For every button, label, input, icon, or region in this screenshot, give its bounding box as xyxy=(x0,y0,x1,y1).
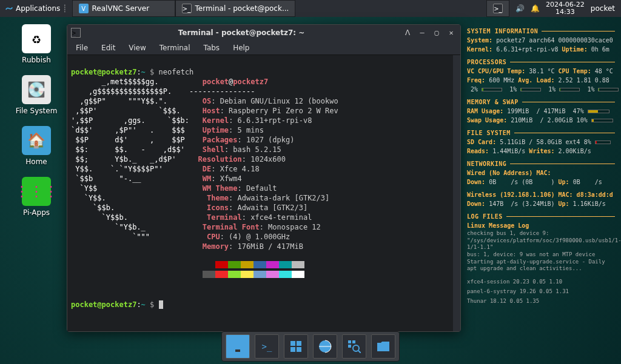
prompt-command: neofetch xyxy=(159,68,194,76)
desktop-icons: ♻ Rubbish 💽 File System 🏠 Home ⋮⋮⋮ Pi-Ap… xyxy=(12,24,61,217)
neofetch-val-uptime: : 5 mins xyxy=(229,126,264,134)
conky-sd: 5.11GiB / 58.0GiB ext4 8% xyxy=(496,139,591,145)
cpu1-bar xyxy=(520,88,541,91)
neofetch-val-cpu: : (4) @ 1.000GHz xyxy=(220,233,290,241)
volume-icon[interactable]: 🔊 xyxy=(515,4,525,13)
neofetch-key-cpu: CPU xyxy=(207,233,220,241)
dock-file-manager[interactable] xyxy=(284,334,308,359)
conky-wired-paren: (0B ) xyxy=(522,179,554,185)
panel-clock[interactable]: 2024-06-22 14:33 xyxy=(546,1,585,16)
neofetch-ascii-line: `""" xyxy=(71,233,150,241)
conky-wifi: Wireless (192.168.1.106) MAC: d8:3a:dd:d xyxy=(467,191,613,198)
conky-cputemp: 48 °C xyxy=(591,68,613,74)
xfce-logo-icon xyxy=(5,4,13,13)
neofetch-key-termfont: Terminal Font xyxy=(203,223,260,231)
conky-section-sysinfo: SYSTEM INFORMATION xyxy=(467,27,615,36)
menu-help[interactable]: Help xyxy=(227,42,255,53)
window-minimize-button[interactable]: — xyxy=(417,27,428,38)
terminal-window-icon: >_ xyxy=(71,28,81,38)
svg-rect-9 xyxy=(352,340,355,343)
neofetch-key-host: Host xyxy=(203,107,220,115)
neofetch-key-packages: Packages xyxy=(203,136,238,144)
neofetch-colors-dark xyxy=(203,261,304,268)
conky-wired-down: 0B /s xyxy=(485,179,522,185)
neofetch-ascii-line: ',$$P ,ggs. `$$b: xyxy=(71,116,189,125)
conky-proc-row: Thunar 18.12 0.05 1.35 xyxy=(467,298,615,305)
dock-web-browser[interactable] xyxy=(313,334,337,359)
cpu0-bar xyxy=(482,88,502,91)
neofetch-val-kernel: : 6.6.31+rpt-rpi-v8 xyxy=(229,116,312,125)
terminal-titlebar[interactable]: >_ Terminal - pocket@pocketz7: ~ ᐱ — ▢ ✕ xyxy=(67,25,460,41)
neofetch-ascii-line: `d$$' ,$P"' . $$$ xyxy=(71,126,185,134)
menu-file[interactable]: File xyxy=(70,42,94,53)
svg-rect-5 xyxy=(290,347,295,352)
neofetch-ascii-line: $$P d$' , $$P xyxy=(71,136,185,144)
conky-cpu0: 2% xyxy=(471,86,478,93)
notifications-icon[interactable]: 🔔 xyxy=(531,4,540,13)
taskbar-item-realvnc-label: RealVNC Server xyxy=(92,4,150,13)
terminal-body[interactable]: pocket@pocketz7:~ $ neofetch _,met$$$$$g… xyxy=(67,55,460,331)
drive-icon: 💽 xyxy=(22,75,51,104)
dock-home-folder[interactable] xyxy=(371,334,395,359)
dock-show-desktop[interactable] xyxy=(226,334,250,359)
conky-load: 2.52 1.81 0.88 xyxy=(555,77,609,84)
terminal-scrollbar[interactable] xyxy=(453,55,460,331)
conky-proc-row: panel-6-systray 19.26 0.05 1.31 xyxy=(467,288,615,296)
dock-terminal[interactable]: >_ xyxy=(255,334,279,359)
neofetch-val-memory: : 176MiB / 417MiB xyxy=(229,242,303,251)
panel-user-label[interactable]: pocket xyxy=(591,4,615,13)
desktop-icon-piapps[interactable]: ⋮⋮⋮ Pi-Apps xyxy=(12,177,61,217)
prompt-user: pocket@pocketz7 xyxy=(71,300,136,309)
taskbar-item-terminal[interactable]: >_ Terminal - pocket@pock... xyxy=(175,0,296,17)
menu-separator-icon: ┊ xyxy=(62,4,67,13)
neofetch-ascii-line: `Y$$ xyxy=(71,184,97,193)
menu-terminal[interactable]: Terminal xyxy=(153,42,196,53)
neofetch-val-packages: : 1027 (dpkg) xyxy=(238,136,295,144)
conky-wifi-up: 1.16KiB/s xyxy=(569,200,606,207)
terminal-menubar: File Edit View Terminal Tabs Help xyxy=(67,41,460,55)
neofetch-ascii-line: _,met$$$$$gg. xyxy=(71,78,159,86)
neofetch-user: pocket xyxy=(203,78,229,86)
desktop-icon-home-label: Home xyxy=(25,157,47,166)
desktop-icon-filesystem-label: File System xyxy=(16,107,58,115)
desktop-icon-filesystem[interactable]: 💽 File System xyxy=(12,75,61,115)
folder-icon xyxy=(376,340,391,352)
svg-point-11 xyxy=(353,345,359,351)
desktop-icon-home[interactable]: 🏠 Home xyxy=(12,126,61,166)
neofetch-host: pocketz7 xyxy=(233,78,268,86)
desktop-icon-rubbish[interactable]: ♻ Rubbish xyxy=(12,24,61,64)
terminal-cursor xyxy=(159,300,163,309)
menu-tabs[interactable]: Tabs xyxy=(198,42,226,53)
window-close-button[interactable]: ✕ xyxy=(446,27,457,38)
prompt-cwd: ~ xyxy=(141,300,146,309)
conky-log-line: checking bus 1, device 9: "/sys/devices/… xyxy=(467,230,615,251)
neofetch-key-de: DE xyxy=(203,165,211,173)
menu-edit[interactable]: Edit xyxy=(95,42,121,53)
taskbar-item-realvnc[interactable]: V RealVNC Server xyxy=(72,0,175,17)
prompt-cwd: ~ xyxy=(141,68,146,76)
neofetch-ascii-line: `"Y$b._ xyxy=(71,223,146,231)
clock-time: 14:33 xyxy=(546,8,585,16)
swap-bar xyxy=(591,119,613,122)
svg-rect-2 xyxy=(235,349,240,352)
window-shade-button[interactable]: ᐱ xyxy=(402,27,413,38)
neofetch-val-host: : Raspberry Pi Zero 2 W Rev xyxy=(220,107,338,115)
dock-appfinder[interactable] xyxy=(342,334,366,359)
menu-view[interactable]: View xyxy=(123,42,152,53)
conky-uptime: 0h 6m xyxy=(588,46,609,53)
bottom-dock: >_ xyxy=(221,331,400,362)
conky-kernel: 6.6.31+rpt-rpi-v8 xyxy=(492,46,562,53)
tray-terminal-button[interactable]: >_ xyxy=(486,0,509,17)
neofetch-key-wm: WM xyxy=(203,174,211,183)
conky-section-logs: LOG FILES xyxy=(467,212,615,221)
sd-bar xyxy=(595,141,611,144)
neofetch-ascii-line: `Y$$b. xyxy=(71,213,128,222)
conky-wired: Wired (No Address) MAC: xyxy=(467,170,551,176)
conky-swap: 210MiB / 2.00GiB 10% xyxy=(507,117,587,124)
conky-cpu3: 1% xyxy=(587,86,594,93)
file-manager-icon xyxy=(289,340,303,353)
applications-menu-button[interactable]: Applications ┊ xyxy=(0,0,72,17)
window-maximize-button[interactable]: ▢ xyxy=(431,27,442,38)
conky-section-filesystem: FILE SYSTEM xyxy=(467,128,615,137)
neofetch-val-termfont: : Monospace 12 xyxy=(260,223,321,231)
